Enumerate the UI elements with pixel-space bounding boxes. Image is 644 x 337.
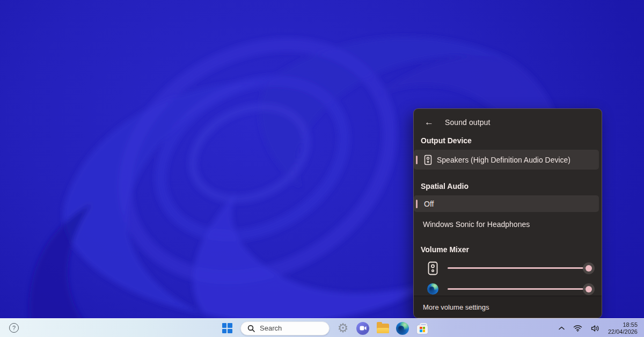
volume-button[interactable] — [588, 323, 603, 334]
output-device-label: Speakers (High Definition Audio Device) — [437, 156, 570, 164]
windows-logo-icon — [222, 323, 232, 333]
help-icon: ? — [12, 325, 16, 331]
gear-icon: ⚙ — [338, 322, 349, 334]
search-icon — [247, 325, 255, 332]
edge-icon — [396, 322, 409, 335]
flyout-title: Sound output — [445, 118, 491, 127]
selection-accent-bar — [416, 156, 418, 164]
spatial-audio-header: Spatial Audio — [414, 182, 602, 191]
edge-browser-button[interactable] — [394, 320, 411, 336]
output-device-item-speakers[interactable]: Speakers (High Definition Audio Device) — [414, 150, 599, 170]
chevron-up-icon — [559, 326, 565, 330]
file-explorer-button[interactable] — [375, 320, 391, 336]
store-bag-icon — [417, 325, 428, 334]
microsoft-store-button[interactable] — [414, 320, 430, 336]
clock[interactable]: 18:55 22/04/2026 — [606, 321, 640, 335]
tray-time: 18:55 — [608, 321, 638, 328]
search-input[interactable]: Search — [240, 321, 330, 335]
tray-chevron-button[interactable] — [556, 325, 567, 332]
spatial-audio-off-label: Off — [424, 200, 434, 208]
volume-icon — [591, 325, 600, 332]
volume-mixer-header: Volume Mixer — [414, 245, 602, 254]
edge-icon — [427, 282, 438, 296]
windows-sonic-label: Windows Sonic for Headphones — [423, 220, 530, 229]
chat-button[interactable] — [355, 320, 371, 336]
desktop: ← Sound output Output Device Speakers (H… — [0, 0, 644, 337]
settings-button[interactable]: ⚙ — [335, 320, 351, 336]
slider-fill — [448, 288, 589, 290]
start-button[interactable] — [219, 320, 235, 336]
back-icon: ← — [425, 117, 434, 127]
taskbar-center-cluster: Search ⚙ — [219, 319, 430, 337]
more-volume-settings-label: More volume settings — [423, 303, 489, 311]
sound-output-flyout: ← Sound output Output Device Speakers (H… — [413, 108, 602, 318]
spatial-audio-item-windows-sonic[interactable]: Windows Sonic for Headphones — [414, 216, 599, 233]
search-placeholder: Search — [260, 324, 282, 332]
more-volume-settings-link[interactable]: More volume settings — [414, 296, 602, 318]
network-button[interactable] — [570, 323, 585, 333]
flyout-header: ← Sound output — [414, 109, 602, 132]
wifi-icon — [573, 325, 582, 332]
spatial-audio-item-off[interactable]: Off — [414, 195, 599, 212]
system-volume-slider[interactable] — [448, 267, 589, 269]
taskbar: ? Search ⚙ — [0, 318, 644, 337]
help-button[interactable]: ? — [9, 323, 19, 333]
slider-thumb[interactable] — [586, 265, 592, 272]
slider-fill — [448, 267, 589, 269]
speaker-device-icon — [424, 155, 432, 165]
back-button[interactable]: ← — [422, 116, 436, 128]
tray-date: 22/04/2026 — [608, 328, 638, 335]
folder-icon — [377, 324, 389, 333]
chat-video-icon — [356, 322, 369, 335]
slider-thumb[interactable] — [586, 286, 592, 292]
volume-slider-row-system — [414, 258, 602, 279]
system-tray: 18:55 22/04/2026 — [556, 319, 640, 337]
speaker-icon — [427, 261, 438, 275]
selection-accent-bar — [416, 200, 418, 208]
edge-volume-slider[interactable] — [448, 288, 589, 290]
output-device-header: Output Device — [414, 136, 602, 145]
